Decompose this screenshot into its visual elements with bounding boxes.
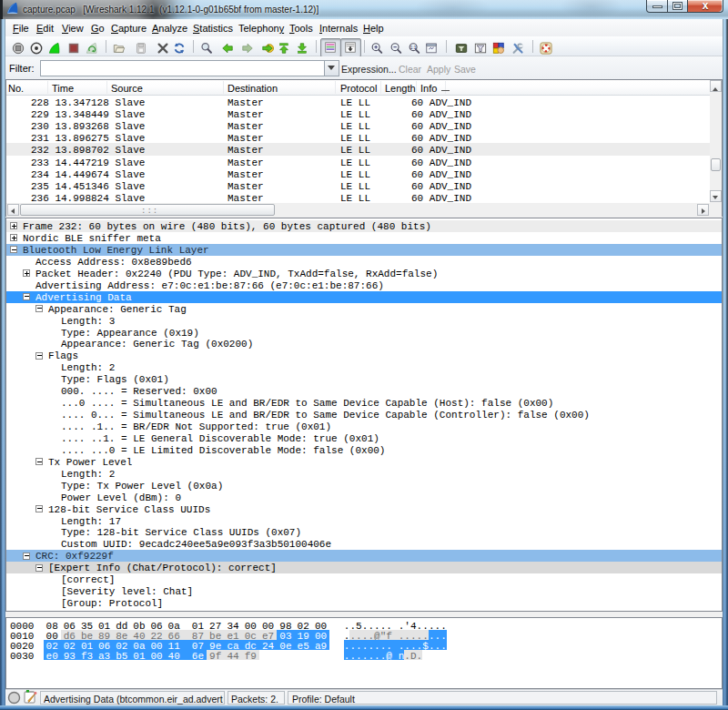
svg-text:1:1: 1:1 [410, 46, 417, 50]
